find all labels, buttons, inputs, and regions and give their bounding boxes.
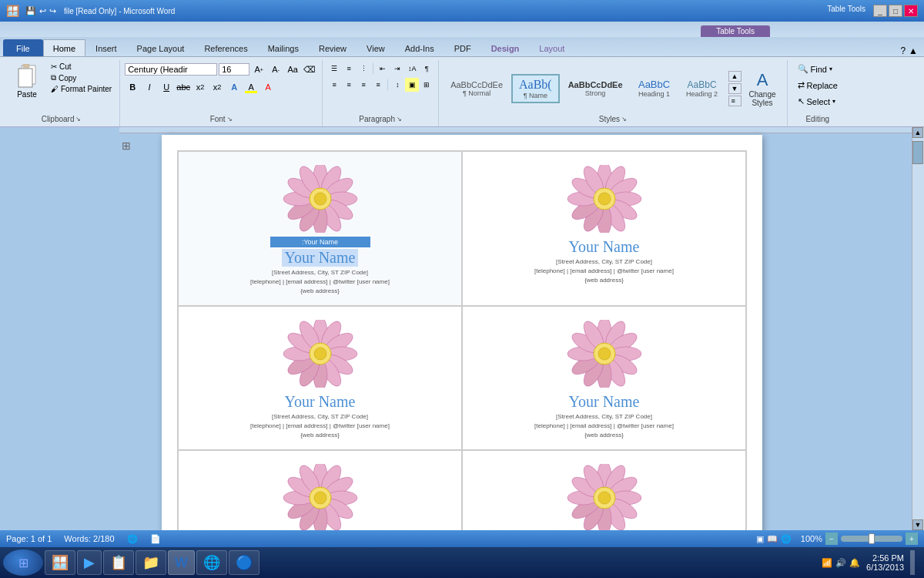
sort-button[interactable]: ↕A [405, 62, 419, 76]
vertical-scrollbar[interactable]: ▲ ▼ [912, 127, 924, 530]
font-name-input[interactable] [125, 63, 217, 76]
taskbar-btn-word[interactable]: W [168, 550, 195, 575]
card-cell-4[interactable]: Your Name [Street Address, City, ST ZIP … [462, 306, 746, 450]
clipboard-expand-icon[interactable]: ↘ [75, 116, 81, 123]
change-styles-button[interactable]: A Change Styles [743, 67, 782, 110]
view-normal-icon[interactable]: ▣ [756, 534, 764, 544]
card-cell-1[interactable]: :Your Name Your Name [Street Address, Ci… [178, 151, 462, 306]
start-button[interactable]: ⊞ [3, 549, 43, 576]
change-case-button[interactable]: Aa [285, 62, 300, 77]
subscript-button[interactable]: x2 [192, 79, 208, 95]
multilevel-button[interactable]: ⋮ [357, 62, 370, 76]
align-center-button[interactable]: ≡ [342, 78, 356, 92]
superscript-button[interactable]: x2 [209, 79, 225, 95]
tab-references[interactable]: References [194, 39, 257, 56]
font-expand-icon[interactable]: ↘ [227, 116, 233, 123]
font-grow-button[interactable]: A+ [251, 62, 266, 77]
card-cell-6[interactable] [462, 450, 746, 530]
align-left-button[interactable]: ≡ [327, 78, 341, 92]
line-spacing-button[interactable]: ↕ [390, 78, 404, 92]
card-cell-2[interactable]: Your Name [Street Address, City, ST ZIP … [462, 151, 746, 306]
styles-more-button[interactable]: ≡ [728, 96, 742, 106]
justify-button[interactable]: ≡ [371, 78, 385, 92]
text-highlight-button[interactable]: A [243, 79, 259, 95]
clear-formatting-button[interactable]: ⌫ [302, 62, 317, 77]
taskbar-btn-3[interactable]: 📋 [103, 550, 134, 575]
select-button[interactable]: ↖ Select ▾ [792, 94, 842, 109]
styles-scroll-down[interactable]: ▼ [728, 83, 742, 94]
replace-button[interactable]: ⇄ Replace [792, 78, 843, 92]
select-dropdown-icon[interactable]: ▾ [832, 98, 835, 105]
italic-button[interactable]: I [142, 79, 157, 95]
style-heading2[interactable]: AaBbC Heading 2 [679, 76, 725, 101]
help-icon[interactable]: ? [900, 45, 906, 56]
align-right-button[interactable]: ≡ [357, 78, 370, 92]
view-web-icon[interactable]: 🌐 [781, 534, 792, 544]
numbering-button[interactable]: ≡ [342, 62, 356, 76]
styles-expand-icon[interactable]: ↘ [621, 116, 627, 123]
style-name[interactable]: AaBb( ¶ Name [511, 74, 560, 103]
taskbar-btn-2[interactable]: ▶ [77, 550, 102, 575]
styles-scroll-up[interactable]: ▲ [728, 71, 742, 82]
add-row-button[interactable]: ⊞ [122, 139, 131, 152]
find-button[interactable]: 🔍 Find ▾ [792, 62, 838, 76]
font-color-button[interactable]: A [260, 79, 276, 95]
shading-button[interactable]: ▣ [405, 78, 419, 92]
paragraph-expand-icon[interactable]: ↘ [397, 116, 402, 123]
card-4-name[interactable]: Your Name [569, 393, 640, 411]
show-formatting-button[interactable]: ¶ [420, 62, 434, 76]
tab-addins[interactable]: Add-Ins [395, 39, 444, 56]
show-desktop-button[interactable] [910, 550, 915, 575]
scroll-up-button[interactable]: ▲ [912, 127, 923, 138]
paste-button[interactable]: Paste [8, 62, 46, 102]
copy-button[interactable]: ⧉ Copy [48, 72, 115, 83]
minimize-button[interactable]: _ [873, 5, 887, 17]
zoom-slider[interactable] [841, 536, 902, 542]
zoom-out-button[interactable]: − [825, 533, 838, 545]
taskbar-btn-chrome[interactable]: 🔵 [229, 550, 259, 575]
cut-button[interactable]: ✂ Cut [48, 62, 115, 72]
borders-button[interactable]: ⊞ [420, 78, 434, 92]
zoom-slider-thumb[interactable] [869, 533, 875, 544]
tab-file[interactable]: File [3, 39, 43, 56]
underline-button[interactable]: U [159, 79, 174, 95]
card-3-name[interactable]: Your Name [285, 393, 356, 411]
tab-view[interactable]: View [357, 39, 395, 56]
card-2-name[interactable]: Your Name [569, 238, 640, 256]
tab-design[interactable]: Design [481, 39, 530, 56]
card-cell-3[interactable]: Your Name [Street Address, City, ST ZIP … [178, 306, 462, 450]
find-dropdown-icon[interactable]: ▾ [829, 66, 832, 72]
scroll-thumb[interactable] [912, 141, 923, 164]
taskbar-btn-1[interactable]: 🪟 [45, 550, 75, 575]
tab-pagelayout[interactable]: Page Layout [127, 39, 195, 56]
decrease-indent-button[interactable]: ⇤ [376, 62, 390, 76]
view-reading-icon[interactable]: 📖 [767, 534, 778, 544]
font-size-input[interactable] [219, 63, 249, 76]
taskbar-btn-4[interactable]: 📁 [136, 550, 166, 575]
tab-layout[interactable]: Layout [529, 39, 574, 56]
style-strong[interactable]: AaBbCcDdEe Strong [561, 77, 630, 100]
text-effects-button[interactable]: A [226, 79, 242, 95]
tab-insert[interactable]: Insert [85, 39, 127, 56]
zoom-in-button[interactable]: + [906, 533, 918, 545]
increase-indent-button[interactable]: ⇥ [390, 62, 404, 76]
style-heading1[interactable]: AaBbC Heading 1 [631, 76, 678, 101]
bold-button[interactable]: B [125, 79, 140, 95]
tab-pdf[interactable]: PDF [444, 39, 481, 56]
taskbar-btn-ie[interactable]: 🌐 [196, 550, 227, 575]
scroll-down-button[interactable]: ▼ [912, 519, 923, 530]
tab-mailings[interactable]: Mailings [258, 39, 309, 56]
tab-review[interactable]: Review [309, 39, 357, 56]
card-cell-5[interactable] [178, 450, 462, 530]
collapse-ribbon-icon[interactable]: ▲ [909, 45, 918, 56]
font-shrink-button[interactable]: A- [268, 62, 283, 77]
close-button[interactable]: ✕ [904, 5, 918, 17]
strikethrough-button[interactable]: abc [176, 79, 191, 95]
bullets-button[interactable]: ☰ [327, 62, 341, 76]
format-painter-button[interactable]: 🖌 Format Painter [48, 84, 115, 94]
maximize-button[interactable]: □ [889, 5, 902, 17]
tab-home[interactable]: Home [43, 39, 85, 56]
card-1-name[interactable]: Your Name [282, 249, 359, 267]
style-normal[interactable]: AaBbCcDdEe ¶ Normal [444, 77, 510, 100]
styles-scroll: ▲ ▼ ≡ [728, 71, 742, 106]
